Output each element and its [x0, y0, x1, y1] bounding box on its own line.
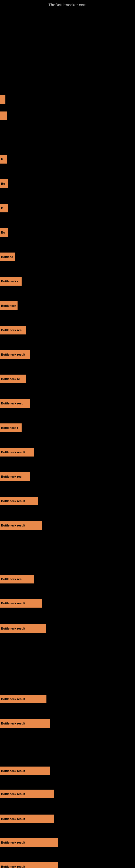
- result-bar-item: Bottleneck result: [0, 789, 54, 798]
- result-bar-item: Bottleneck: [0, 301, 17, 310]
- result-bar-item: E: [0, 155, 7, 163]
- result-bar-item: Bottleneck resu: [0, 399, 30, 408]
- result-bar-label: Bottleneck r: [1, 280, 18, 283]
- result-bar-label: B: [1, 207, 3, 210]
- result-bar-label: Bottleneck res: [1, 329, 21, 332]
- result-bar-label: Bottleneck result: [1, 524, 25, 527]
- result-bar-item: Bottleneck result: [0, 695, 46, 703]
- result-bar-label: Bottleneck result: [1, 792, 25, 796]
- result-bar-item: Bottleneck result: [0, 448, 34, 457]
- result-bar-label: Bottleneck result: [1, 722, 25, 725]
- result-bar-label: Bottleneck result: [1, 627, 25, 630]
- result-bar-label: Bo: [1, 231, 5, 234]
- result-bar-label: Bottleneck result: [1, 353, 25, 356]
- result-bar-label: Bottlene: [1, 255, 13, 258]
- result-bar-label: E: [1, 158, 3, 161]
- result-bar-label: Bottleneck result: [1, 499, 25, 503]
- result-bar-label: Bottleneck res: [1, 475, 21, 478]
- result-bar-item: Bottleneck result: [0, 497, 38, 505]
- result-bar-item: Bo: [0, 179, 8, 188]
- site-title: TheBottlenecker.com: [0, 0, 135, 8]
- result-bar-item: Bottleneck res: [0, 472, 30, 481]
- result-bar-item: B: [0, 204, 8, 212]
- result-bar-label: Bottleneck result: [1, 817, 25, 820]
- result-bar-item: Bottleneck result: [0, 624, 46, 633]
- result-bar-item: Bottleneck r: [0, 277, 21, 286]
- result-bar-label: Bottleneck result: [1, 601, 25, 605]
- result-bar-item: Bottleneck result: [0, 599, 42, 608]
- result-bar-item: [0, 95, 5, 104]
- result-bar-item: Bottleneck result: [0, 521, 42, 530]
- result-bar-label: Bottleneck: [1, 304, 16, 307]
- result-bar-item: Bottleneck result: [0, 838, 58, 847]
- result-bar-item: Bottleneck r: [0, 424, 21, 432]
- result-bar-item: Bottleneck result: [0, 862, 58, 868]
- result-bar-item: Bottleneck res: [0, 575, 34, 584]
- result-bar-item: Bottleneck result: [0, 719, 50, 728]
- result-bar-item: Bottleneck result: [0, 814, 54, 823]
- result-bar-label: Bottleneck result: [1, 451, 25, 454]
- result-bar-item: [0, 112, 7, 120]
- result-bar-label: Bottleneck result: [1, 841, 25, 844]
- result-bar-label: Bottleneck re: [1, 377, 20, 380]
- result-bar-label: Bottleneck result: [1, 698, 25, 701]
- result-bar-item: Bottleneck re: [0, 375, 26, 383]
- result-bar-item: Bottleneck result: [0, 350, 30, 359]
- result-bar-item: Bo: [0, 228, 8, 237]
- result-bar-label: Bottleneck res: [1, 578, 21, 581]
- result-bar-label: Bottleneck result: [1, 769, 25, 773]
- result-bar-item: Bottleneck result: [0, 767, 50, 775]
- result-bar-label: Bottleneck r: [1, 426, 18, 429]
- result-bar-item: Bottlene: [0, 252, 15, 261]
- result-bar-label: Bottleneck result: [1, 865, 25, 868]
- result-bar-label: Bo: [1, 182, 5, 185]
- result-bar-label: Bottleneck resu: [1, 402, 24, 405]
- result-bar-item: Bottleneck res: [0, 326, 26, 335]
